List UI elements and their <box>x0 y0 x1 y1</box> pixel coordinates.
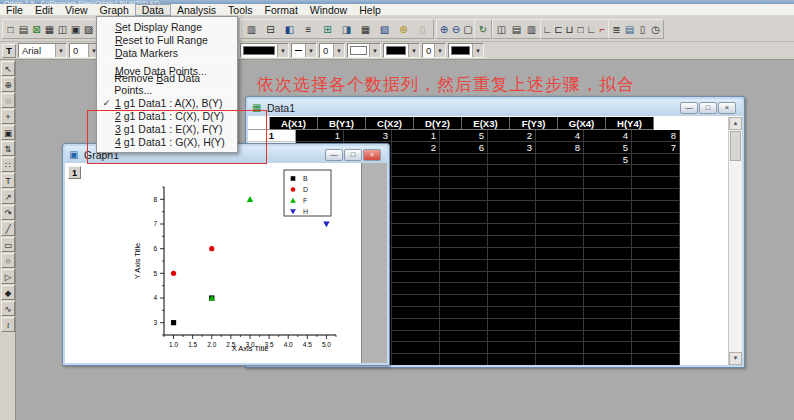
menu-item-7[interactable]: ✓1 g1 Data1 : A(X), B(Y) <box>98 96 236 109</box>
zoom-in-icon[interactable]: ⊕ <box>438 21 450 38</box>
worksheet-cell[interactable]: 5 <box>584 142 632 154</box>
paste-icon[interactable]: ▯ <box>413 21 432 38</box>
worksheet-cell[interactable] <box>536 331 584 343</box>
draw-data-tool-icon[interactable]: ∷ <box>1 157 15 172</box>
chevron-down-icon[interactable]: ▼ <box>277 44 288 57</box>
worksheet-cell[interactable] <box>584 342 632 354</box>
data-selector-tool-icon[interactable]: ⇅ <box>1 141 15 156</box>
worksheet-cell[interactable] <box>632 283 680 295</box>
worksheet-cell[interactable] <box>488 319 536 331</box>
worksheet-cell[interactable]: 3 <box>488 142 536 154</box>
column-header-F[interactable]: F(Y3) <box>510 117 558 130</box>
text-color-combo[interactable]: ▼ <box>240 43 289 58</box>
worksheet-cell[interactable] <box>488 248 536 260</box>
column-header-G[interactable]: G(X4) <box>558 117 606 130</box>
worksheet-cell[interactable] <box>488 154 536 166</box>
minimize-button[interactable]: — <box>325 149 343 161</box>
worksheet-cell[interactable] <box>536 260 584 272</box>
worksheet-cell[interactable] <box>440 201 488 213</box>
worksheet-cell[interactable] <box>392 331 440 343</box>
corner-axes-red-icon[interactable]: ⌐ <box>597 21 608 38</box>
worksheet-cell[interactable] <box>488 331 536 343</box>
column-header-B[interactable]: B(Y1) <box>318 117 366 130</box>
worksheet-cell[interactable] <box>536 189 584 201</box>
worksheet-cell[interactable] <box>440 177 488 189</box>
worksheet-cell[interactable] <box>632 272 680 284</box>
save-project-icon[interactable]: ▣ <box>69 21 82 38</box>
worksheet-cell[interactable] <box>392 319 440 331</box>
column-header-H[interactable]: H(Y4) <box>606 117 654 130</box>
worksheet-cell[interactable] <box>488 201 536 213</box>
worksheet-cell[interactable] <box>392 248 440 260</box>
line-style-combo[interactable]: ▼ <box>291 43 317 58</box>
chevron-down-icon[interactable]: ▼ <box>472 44 483 57</box>
worksheet-cell[interactable] <box>584 189 632 201</box>
worksheet-cell[interactable]: 8 <box>632 130 680 142</box>
save-template-icon[interactable]: ▨ <box>82 21 95 38</box>
line-tool-icon[interactable]: ╱ <box>1 221 15 236</box>
ellipse-tool-icon[interactable]: ○ <box>1 253 15 268</box>
zoom-out-icon[interactable]: ⊖ <box>450 21 462 38</box>
column-header-A[interactable]: A(X1) <box>270 117 318 130</box>
worksheet-cell[interactable] <box>632 354 680 365</box>
worksheet-cell[interactable] <box>392 201 440 213</box>
menu-analysis[interactable]: Analysis <box>171 4 222 16</box>
menu-item-1[interactable]: Reset to Full Range <box>98 33 236 46</box>
worksheet-cell[interactable] <box>440 342 488 354</box>
worksheet-cell[interactable] <box>584 260 632 272</box>
worksheet-cell[interactable] <box>392 154 440 166</box>
worksheet-cell[interactable] <box>632 224 680 236</box>
worksheet-cell[interactable] <box>488 189 536 201</box>
worksheet-cell[interactable]: 2 <box>392 142 440 154</box>
results-log-icon[interactable]: ◨ <box>337 21 356 38</box>
menu-item-2[interactable]: Data Markers <box>98 46 236 59</box>
chevron-down-icon[interactable]: ▼ <box>305 44 316 57</box>
layer-1-button[interactable]: 1 <box>68 166 81 179</box>
chevron-down-icon[interactable]: ▼ <box>55 44 66 57</box>
worksheet-grid-icon[interactable]: ▦ <box>356 21 375 38</box>
column-header-C[interactable]: C(X2) <box>366 117 414 130</box>
zoom-out-tool-icon[interactable]: ⊖ <box>1 93 15 108</box>
worksheet-cell[interactable] <box>584 236 632 248</box>
menu-edit[interactable]: Edit <box>29 4 59 16</box>
new-worksheet-icon[interactable]: ▦ <box>43 21 56 38</box>
worksheet-cell[interactable]: 1 <box>392 130 440 142</box>
worksheet-cell[interactable]: 7 <box>632 142 680 154</box>
open-box-axes-icon[interactable]: ⊏ <box>553 21 564 38</box>
worksheet-cell[interactable] <box>392 189 440 201</box>
worksheet-cell[interactable] <box>536 342 584 354</box>
worksheet-cell[interactable]: 3 <box>344 130 392 142</box>
menu-file[interactable]: File <box>0 4 29 16</box>
screen-reader-tool-icon[interactable]: + <box>1 109 15 124</box>
text-lines-icon[interactable]: ≡ <box>299 21 318 38</box>
border-color-combo[interactable]: ▼ <box>383 43 420 58</box>
worksheet-cell[interactable] <box>488 272 536 284</box>
worksheet-cell[interactable] <box>536 213 584 225</box>
worksheet-cell[interactable]: 1 <box>296 130 344 142</box>
menu-view[interactable]: View <box>59 4 94 16</box>
worksheet-cell[interactable] <box>632 165 680 177</box>
worksheet-cell[interactable] <box>536 201 584 213</box>
worksheet-cell[interactable]: 8 <box>536 142 584 154</box>
worksheet-cell[interactable] <box>536 224 584 236</box>
menu-graph[interactable]: Graph <box>94 4 135 16</box>
worksheet-cell[interactable] <box>440 354 488 365</box>
worksheet-cell[interactable] <box>632 177 680 189</box>
worksheet-cell[interactable] <box>632 295 680 307</box>
worksheet-cell[interactable] <box>536 319 584 331</box>
worksheet-cell[interactable] <box>440 165 488 177</box>
worksheet-cell[interactable] <box>536 307 584 319</box>
worksheet-cell[interactable] <box>536 165 584 177</box>
rescale-axes-icon[interactable]: ↻ <box>476 21 490 38</box>
worksheet-cell[interactable] <box>632 260 680 272</box>
minimize-button[interactable]: — <box>680 102 698 114</box>
worksheet-cell[interactable] <box>536 354 584 365</box>
data-reader-tool-icon[interactable]: ▣ <box>1 125 15 140</box>
worksheet-cell[interactable]: 6 <box>440 142 488 154</box>
worksheet-cell[interactable] <box>392 283 440 295</box>
worksheet-cell[interactable] <box>584 177 632 189</box>
worksheet-cell[interactable] <box>488 283 536 295</box>
worksheet-cell[interactable] <box>440 213 488 225</box>
worksheet-cell[interactable] <box>632 213 680 225</box>
worksheet-cell[interactable] <box>440 319 488 331</box>
